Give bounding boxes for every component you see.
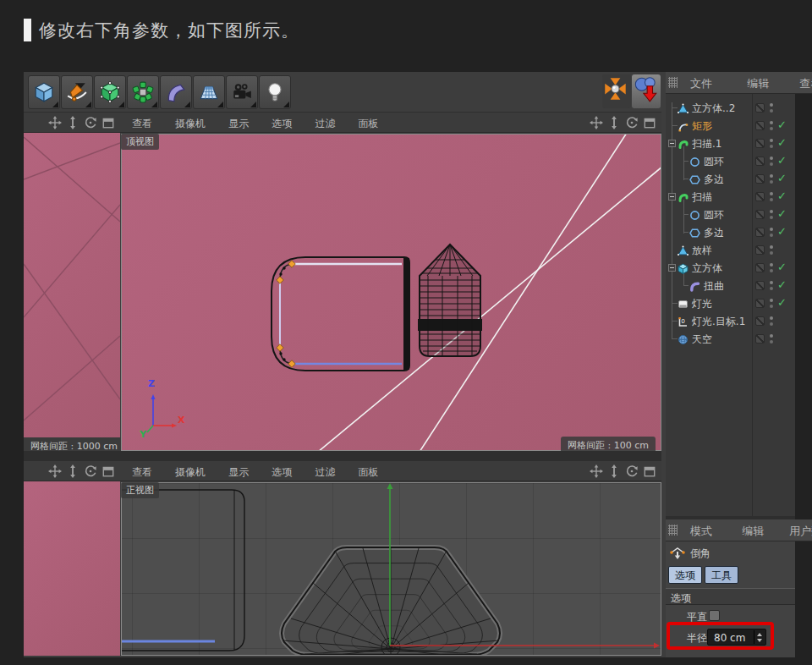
object-row[interactable]: 放样 — [666, 241, 795, 259]
menu-view[interactable]: 查看 — [132, 117, 152, 131]
front-viewport[interactable] — [121, 482, 661, 656]
rotate-icon[interactable] — [84, 464, 97, 478]
editable-cube-tool-button[interactable] — [94, 75, 126, 109]
pan-icon[interactable] — [590, 464, 603, 478]
visibility-dots[interactable] — [770, 299, 773, 308]
enable-check[interactable]: ✓ — [777, 261, 787, 273]
maximize-icon[interactable] — [102, 464, 115, 478]
visibility-dots[interactable] — [770, 228, 773, 237]
layer-toggle[interactable] — [755, 103, 765, 113]
top-viewport[interactable]: Z X Y — [121, 134, 661, 451]
visibility-dots[interactable] — [770, 121, 773, 130]
object-row[interactable]: 圆环 ✓ — [666, 152, 795, 170]
visibility-dots[interactable] — [770, 245, 773, 255]
menu-camera[interactable]: 摄像机 — [175, 117, 206, 131]
tab-options[interactable]: 选项 — [668, 566, 702, 584]
enable-check[interactable]: ✓ — [777, 207, 787, 220]
maximize-icon[interactable] — [643, 464, 656, 478]
menu-options[interactable]: 选项 — [272, 465, 292, 480]
menu-user-data[interactable]: 用户数据 — [789, 524, 812, 539]
viewport-splitter[interactable] — [24, 451, 661, 461]
object-row[interactable]: 多边 ✓ — [666, 223, 795, 241]
object-row[interactable]: 多边 ✓ — [666, 170, 795, 188]
object-row[interactable]: 扫描.1 ✓ — [666, 135, 795, 152]
layer-toggle[interactable] — [755, 334, 765, 343]
cluster-tool-button[interactable] — [127, 75, 159, 109]
enable-check[interactable]: ✓ — [777, 172, 787, 184]
object-row[interactable]: 立方体..2 — [666, 99, 795, 117]
visibility-dots[interactable] — [770, 157, 773, 166]
layer-toggle[interactable] — [755, 245, 765, 255]
enable-check[interactable]: ✓ — [777, 118, 787, 131]
object-row[interactable]: 灯光 ✓ — [666, 294, 795, 312]
layer-toggle[interactable] — [755, 192, 765, 201]
visibility-dots[interactable] — [770, 334, 773, 343]
pan-icon[interactable] — [48, 116, 62, 129]
pan-icon[interactable] — [48, 464, 62, 478]
perspective-viewport[interactable] — [24, 133, 120, 437]
visibility-dots[interactable] — [770, 192, 773, 201]
enable-check[interactable]: ✓ — [777, 278, 787, 291]
material-drop-button[interactable] — [632, 74, 661, 108]
menu-display[interactable]: 显示 — [228, 465, 249, 480]
visibility-dots[interactable] — [770, 103, 773, 113]
section-header[interactable]: 选项 — [666, 588, 795, 605]
menu-options[interactable]: 选项 — [272, 117, 292, 131]
menu-filter[interactable]: 过滤 — [315, 465, 335, 480]
rotate-icon[interactable] — [625, 464, 639, 478]
rotate-icon[interactable] — [625, 116, 639, 129]
menu-view[interactable]: 查看 — [132, 465, 152, 480]
layer-toggle[interactable] — [755, 139, 765, 148]
layer-toggle[interactable] — [755, 299, 765, 308]
maximize-icon[interactable] — [102, 116, 115, 129]
camera-tool-button[interactable] — [226, 75, 258, 109]
maximize-icon[interactable] — [643, 116, 656, 129]
object-row[interactable]: 立方体 ✓ — [666, 259, 795, 277]
layer-toggle[interactable] — [755, 210, 765, 219]
menu-edit[interactable]: 编辑 — [742, 524, 764, 539]
layer-toggle[interactable] — [755, 121, 765, 130]
layer-toggle[interactable] — [755, 174, 765, 184]
bottom-left-viewport[interactable] — [24, 481, 120, 656]
visibility-dots[interactable] — [770, 210, 773, 219]
object-manager[interactable]: 立方体..2 矩形 ✓ 扫描.1 ✓ 圆环 ✓ — [666, 94, 795, 516]
object-row[interactable]: 0 灯光.目标.1 — [666, 312, 795, 330]
layer-toggle[interactable] — [755, 228, 765, 237]
floor-tool-button[interactable] — [193, 75, 225, 109]
menu-panel[interactable]: 面板 — [358, 465, 378, 480]
cube-tool-button[interactable] — [28, 75, 60, 109]
visibility-dots[interactable] — [770, 139, 773, 148]
tab-tool[interactable]: 工具 — [705, 566, 738, 584]
layer-toggle[interactable] — [755, 157, 765, 166]
zoom-icon[interactable] — [66, 464, 80, 478]
center-arrows-button[interactable] — [602, 74, 631, 108]
object-row[interactable]: 扫描 ✓ — [666, 188, 795, 206]
grip-icon[interactable] — [668, 77, 678, 88]
layer-toggle[interactable] — [755, 263, 765, 272]
layer-toggle[interactable] — [755, 281, 765, 290]
object-row[interactable]: 矩形 ✓ — [666, 117, 795, 135]
object-row[interactable]: 天空 — [666, 330, 795, 348]
layer-toggle[interactable] — [755, 316, 765, 326]
flat-checkbox[interactable] — [709, 610, 720, 621]
menu-display[interactable]: 显示 — [228, 117, 249, 131]
enable-check[interactable]: ✓ — [777, 190, 787, 202]
enable-check[interactable]: ✓ — [777, 296, 787, 309]
menu-edit[interactable]: 编辑 — [747, 76, 769, 91]
menu-filter[interactable]: 过滤 — [315, 117, 335, 131]
pan-icon[interactable] — [590, 116, 603, 129]
pen-tool-button[interactable] — [61, 75, 93, 109]
light-tool-button[interactable] — [259, 75, 291, 109]
visibility-dots[interactable] — [770, 174, 773, 184]
menu-view[interactable]: 查看 — [799, 76, 812, 91]
grip-icon[interactable] — [668, 525, 678, 536]
object-row[interactable]: 圆环 ✓ — [666, 206, 795, 223]
bend-tool-button[interactable] — [160, 75, 192, 109]
rotate-icon[interactable] — [84, 116, 97, 129]
menu-panel[interactable]: 面板 — [358, 117, 378, 131]
zoom-icon[interactable] — [607, 464, 621, 478]
visibility-dots[interactable] — [770, 281, 773, 290]
visibility-dots[interactable] — [770, 263, 773, 272]
enable-check[interactable]: ✓ — [777, 154, 787, 167]
menu-file[interactable]: 文件 — [690, 76, 712, 91]
